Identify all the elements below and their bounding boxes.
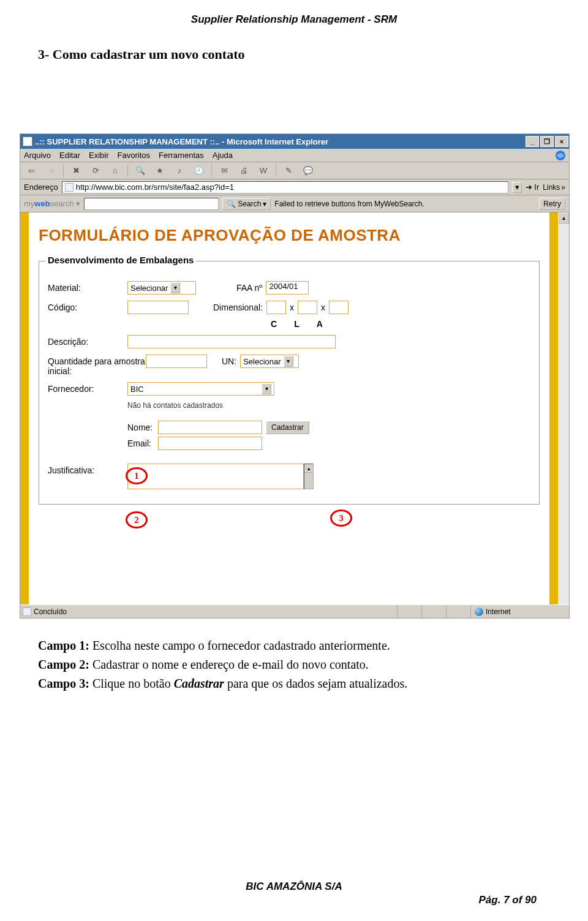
menu-ferramentas[interactable]: Ferramentas: [159, 151, 204, 160]
home-button[interactable]: ⌂: [108, 164, 123, 178]
chevron-down-icon: ▾: [263, 200, 266, 208]
menu-exibir[interactable]: Exibir: [89, 151, 109, 160]
fieldset-embalagens: Desenvolvimento de Embalagens Material: …: [39, 261, 540, 505]
browser-window: ..:: SUPPLIER RELATIONSHIP MANAGEMENT ::…: [20, 133, 570, 618]
mws-search-input[interactable]: [84, 198, 219, 210]
w-icon[interactable]: W: [256, 164, 271, 178]
print-icon[interactable]: 🖨: [236, 164, 251, 178]
media-icon[interactable]: ♪: [172, 164, 187, 178]
form-title: FORMULÁRIO DE APROVAÇÃO DE AMOSTRA: [35, 212, 543, 254]
campo1-label: Campo 1:: [38, 639, 89, 652]
close-button[interactable]: ×: [555, 136, 568, 147]
refresh-button[interactable]: ⟳: [88, 164, 103, 178]
mywebsearch-bar: mywebsearch ▾ 🔍 Search ▾ Failed to retri…: [20, 195, 569, 212]
mws-search-button[interactable]: 🔍 Search ▾: [222, 198, 271, 210]
section-title: 3- Como cadastrar um novo contato: [0, 26, 588, 62]
label-un: UN:: [222, 356, 236, 366]
address-label: Endereço: [24, 182, 58, 192]
campo3-em: Cadastrar: [174, 677, 224, 690]
faa-input[interactable]: 2004/01: [266, 281, 309, 295]
label-a: A: [317, 319, 323, 329]
dim-c-input[interactable]: [266, 301, 286, 314]
menubar: Arquivo Editar Exibir Favoritos Ferramen…: [20, 149, 569, 162]
textarea-scrollbar[interactable]: ▴: [304, 464, 314, 489]
page-scrollbar[interactable]: ▴: [558, 212, 569, 604]
material-select[interactable]: Selecionar ▾: [127, 281, 196, 295]
address-dropdown-icon[interactable]: ▾: [512, 182, 522, 193]
x1: x: [290, 303, 294, 312]
mws-retry-button[interactable]: Retry: [539, 198, 565, 210]
x2: x: [321, 303, 325, 312]
page-footer: BIC AMAZÔNIA S/A Pág. 7 of 90: [0, 881, 588, 906]
fornecedor-select[interactable]: BIC ▾: [127, 382, 274, 396]
go-icon: ➜: [526, 182, 532, 192]
campo1-text: Escolha neste campo o fornecedor cadastr…: [89, 639, 390, 652]
fwd-button[interactable]: ➔: [43, 164, 58, 178]
address-input[interactable]: http://www.bic.com.br/srm/site/faa2.asp?…: [62, 181, 509, 194]
favorites-icon[interactable]: ★: [153, 164, 167, 178]
label-dimensional: Dimensional:: [213, 303, 263, 312]
maximize-button[interactable]: ❐: [540, 136, 554, 147]
label-nome: Nome:: [127, 423, 154, 432]
descricao-input[interactable]: [127, 335, 336, 348]
back-button[interactable]: ⇦: [24, 164, 39, 178]
stop-button[interactable]: ✖: [69, 164, 83, 178]
justificativa-textarea[interactable]: [127, 464, 304, 489]
links-toolbar[interactable]: Links »: [543, 183, 565, 192]
left-accent-strip: [20, 212, 29, 604]
campo3-text-a: Clique no botão: [89, 677, 174, 690]
mail-icon[interactable]: ✉: [217, 164, 232, 178]
mws-brand: mywebsearch ▾: [24, 199, 80, 208]
body-text: Campo 1: Escolha neste campo o fornecedo…: [38, 637, 550, 694]
go-button[interactable]: ➜ Ir: [526, 182, 539, 192]
minimize-button[interactable]: _: [526, 136, 539, 147]
quantidade-input[interactable]: [146, 355, 207, 368]
scroll-up-icon[interactable]: ▴: [558, 212, 569, 224]
nome-input[interactable]: [158, 421, 262, 434]
fieldset-legend: Desenvolvimento de Embalagens: [45, 255, 196, 265]
menu-arquivo[interactable]: Arquivo: [24, 151, 51, 160]
label-descricao: Descrição:: [48, 335, 127, 347]
annotation-3: 3: [330, 509, 352, 527]
discuss-icon[interactable]: 💬: [301, 164, 315, 178]
dropdown-icon: ▾: [262, 383, 271, 394]
campo2-text: Cadastrar o nome e endereço de e-mail do…: [89, 658, 369, 671]
scroll-up-icon[interactable]: ▴: [304, 464, 313, 473]
campo3-label: Campo 3:: [38, 677, 89, 690]
status-right: Internet: [486, 607, 511, 616]
label-c: C: [271, 319, 277, 329]
right-accent-strip: [549, 212, 558, 604]
campo3-text-b: para que os dados sejam atualizados.: [224, 677, 407, 690]
dim-l-input[interactable]: [298, 301, 317, 314]
nav-toolbar: ⇦ ➔ ✖ ⟳ ⌂ 🔍 ★ ♪ 🕘 ✉ 🖨 W ✎ 💬: [20, 162, 569, 179]
globe-icon: [475, 607, 483, 616]
dropdown-icon: ▾: [284, 356, 293, 367]
email-input[interactable]: [158, 437, 262, 450]
page-icon: [65, 183, 74, 192]
cadastrar-button[interactable]: Cadastrar: [266, 421, 309, 434]
titlebar: ..:: SUPPLIER RELATIONSHIP MANAGEMENT ::…: [20, 134, 569, 149]
addressbar: Endereço http://www.bic.com.br/srm/site/…: [20, 179, 569, 195]
no-contatos-text: Não há contatos cadastrados: [127, 401, 223, 410]
dim-a-input[interactable]: [329, 301, 349, 314]
annotation-1: 1: [126, 467, 148, 484]
label-material: Material:: [48, 281, 127, 293]
campo2-label: Campo 2:: [38, 658, 89, 671]
menu-editar[interactable]: Editar: [59, 151, 80, 160]
ie-logo-icon: [554, 149, 567, 162]
annotation-2: 2: [126, 511, 148, 528]
dropdown-icon: ▾: [170, 282, 180, 293]
links-chevron-icon: »: [561, 183, 565, 192]
edit-icon[interactable]: ✎: [281, 164, 296, 178]
label-justificativa: Justificativa:: [48, 464, 127, 475]
codigo-input[interactable]: [127, 301, 189, 314]
search-icon[interactable]: 🔍: [133, 164, 148, 178]
label-faa: FAA nº: [236, 283, 262, 293]
search-icon: 🔍: [227, 200, 236, 208]
label-quantidade: Quantidade para amostra inicial:: [48, 355, 146, 376]
un-select[interactable]: Selecionar ▾: [240, 355, 299, 368]
menu-ajuda[interactable]: Ajuda: [213, 151, 233, 160]
menu-favoritos[interactable]: Favoritos: [118, 151, 150, 160]
label-fornecedor: Fornecedor:: [48, 382, 127, 394]
history-icon[interactable]: 🕘: [192, 164, 206, 178]
